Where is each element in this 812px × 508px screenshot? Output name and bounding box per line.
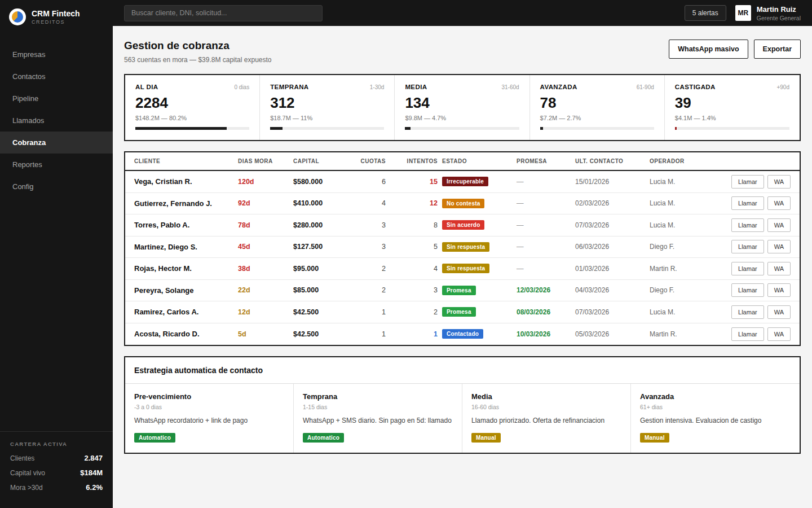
call-button[interactable]: Llamar bbox=[731, 196, 764, 210]
bucket-al-dia[interactable]: AL DIA0 dias2284$148.2M — 80.2% bbox=[125, 75, 260, 140]
bucket-label: MEDIA bbox=[405, 84, 427, 90]
stage-name: Pre-vencimiento bbox=[134, 392, 284, 401]
exportar-button[interactable]: Exportar bbox=[754, 40, 801, 59]
client-name[interactable]: Pereyra, Solange bbox=[134, 286, 233, 295]
whatsapp-button[interactable]: WA bbox=[767, 196, 791, 210]
operator-name: Lucia M. bbox=[650, 178, 704, 186]
user-menu[interactable]: MR Martin Ruiz Gerente General bbox=[735, 5, 801, 21]
row-actions: LlamarWA bbox=[708, 218, 791, 232]
row-actions: LlamarWA bbox=[708, 283, 791, 297]
topbar-right: 5 alertas MR Martin Ruiz Gerente General bbox=[685, 5, 801, 21]
stage-name: Avanzada bbox=[640, 392, 791, 401]
topbar: 5 alertas MR Martin Ruiz Gerente General bbox=[113, 0, 812, 26]
bucket-media[interactable]: MEDIA31-60d134$9.8M — 4.7% bbox=[395, 75, 529, 140]
days-overdue: 45d bbox=[238, 243, 289, 251]
sidebar-item-llamados[interactable]: Llamados bbox=[0, 110, 113, 132]
call-button[interactable]: Llamar bbox=[731, 175, 764, 189]
column-header-dias-mora: DIAS MORA bbox=[238, 158, 289, 164]
page-subtitle: 563 cuentas en mora — $39.8M capital exp… bbox=[124, 56, 272, 64]
promise-date: 12/03/2026 bbox=[517, 286, 571, 294]
bucket-range: +90d bbox=[776, 84, 789, 90]
client-name[interactable]: Rojas, Hector M. bbox=[134, 264, 233, 273]
portfolio-title: CARTERA ACTIVA bbox=[10, 441, 103, 447]
whatsapp-button[interactable]: WA bbox=[767, 218, 791, 232]
client-name[interactable]: Vega, Cristian R. bbox=[134, 177, 233, 186]
column-header-capital: CAPITAL bbox=[293, 158, 345, 164]
stage-description: WhatsApp recordatorio + link de pago bbox=[134, 417, 284, 424]
bucket-count: 39 bbox=[675, 94, 789, 112]
table-body: Vega, Cristian R.120d$580.000615Irrecupe… bbox=[125, 171, 800, 345]
portfolio-value: 2.847 bbox=[84, 454, 103, 462]
table-header: CLIENTEDIAS MORACAPITALCUOTASINTENTOSEST… bbox=[125, 152, 800, 171]
call-button[interactable]: Llamar bbox=[731, 327, 764, 341]
whatsapp-button[interactable]: WA bbox=[767, 283, 791, 297]
call-button[interactable]: Llamar bbox=[731, 240, 764, 253]
bucket-progress-fill bbox=[675, 127, 677, 130]
client-name[interactable]: Acosta, Ricardo D. bbox=[134, 330, 233, 338]
sidebar-item-empresas[interactable]: Empresas bbox=[0, 43, 113, 65]
bucket-top: CASTIGADA+90d bbox=[675, 84, 789, 90]
bucket-temprana[interactable]: TEMPRANA1-30d312$18.7M — 11% bbox=[260, 75, 395, 140]
sidebar: CRM Fintech CREDITOS EmpresasContactosPi… bbox=[0, 0, 113, 508]
alerts-button[interactable]: 5 alertas bbox=[685, 5, 726, 21]
days-overdue: 12d bbox=[238, 308, 289, 316]
brand-title: CRM Fintech bbox=[32, 9, 80, 19]
capital-value: $42.500 bbox=[293, 308, 345, 316]
sidebar-item-config[interactable]: Config bbox=[0, 176, 113, 198]
call-button[interactable]: Llamar bbox=[731, 305, 764, 319]
whatsapp-button[interactable]: WA bbox=[767, 240, 791, 253]
operator-name: Diego F. bbox=[650, 286, 704, 294]
whatsapp-masivo-button[interactable]: WhatsApp masivo bbox=[669, 40, 748, 59]
bucket-top: TEMPRANA1-30d bbox=[270, 84, 384, 90]
bucket-label: CASTIGADA bbox=[675, 84, 716, 90]
operator-name: Martin R. bbox=[650, 265, 704, 273]
user-meta: Martin Ruiz Gerente General bbox=[757, 5, 801, 21]
whatsapp-button[interactable]: WA bbox=[767, 327, 791, 341]
call-button[interactable]: Llamar bbox=[731, 262, 764, 275]
whatsapp-button[interactable]: WA bbox=[767, 305, 791, 319]
sidebar-item-cobranza[interactable]: Cobranza bbox=[0, 132, 113, 154]
last-contact-date: 02/03/2026 bbox=[575, 199, 645, 207]
table-row: Acosta, Ricardo D.5d$42.50011Contactado1… bbox=[125, 323, 800, 345]
days-overdue: 5d bbox=[238, 330, 289, 338]
portfolio-label: Capital vivo bbox=[10, 469, 45, 477]
column-header-estado: ESTADO bbox=[442, 158, 512, 164]
sidebar-item-contactos[interactable]: Contactos bbox=[0, 65, 113, 87]
avatar[interactable]: MR bbox=[735, 5, 751, 21]
bucket-progress-fill bbox=[405, 127, 411, 130]
row-actions: LlamarWA bbox=[708, 305, 791, 319]
capital-value: $127.500 bbox=[293, 243, 345, 251]
promise-date: — bbox=[517, 221, 571, 229]
promise-date: — bbox=[517, 199, 571, 207]
call-button[interactable]: Llamar bbox=[731, 283, 764, 297]
promise-date: — bbox=[517, 243, 571, 251]
strategy-stage-media: Media16-60 diasLlamado priorizado. Ofert… bbox=[462, 384, 631, 453]
bucket-range: 1-30d bbox=[370, 84, 385, 90]
bucket-top: AL DIA0 dias bbox=[135, 84, 249, 90]
whatsapp-button[interactable]: WA bbox=[767, 262, 791, 275]
sidebar-item-pipeline[interactable]: Pipeline bbox=[0, 87, 113, 110]
whatsapp-button[interactable]: WA bbox=[767, 175, 791, 189]
search-input[interactable] bbox=[124, 5, 323, 21]
client-name[interactable]: Ramirez, Carlos A. bbox=[134, 308, 233, 316]
client-name[interactable]: Gutierrez, Fernando J. bbox=[134, 199, 233, 208]
table-row: Rojas, Hector M.38d$95.00024Sin respuest… bbox=[125, 258, 800, 280]
portfolio-row: Capital vivo$184M bbox=[10, 468, 103, 477]
client-name[interactable]: Torres, Pablo A. bbox=[134, 221, 233, 229]
installments-count: 1 bbox=[350, 330, 386, 338]
bucket-detail: $4.1M — 1.4% bbox=[675, 115, 789, 121]
call-button[interactable]: Llamar bbox=[731, 218, 764, 232]
client-name[interactable]: Martinez, Diego S. bbox=[134, 243, 233, 251]
status-badge: Sin respuesta bbox=[442, 264, 489, 273]
attempts-count: 8 bbox=[390, 221, 438, 229]
bucket-range: 0 dias bbox=[235, 84, 250, 90]
table-row: Martinez, Diego S.45d$127.50035Sin respu… bbox=[125, 237, 800, 259]
sidebar-item-reportes[interactable]: Reportes bbox=[0, 154, 113, 176]
bucket-avanzada[interactable]: AVANZADA61-90d78$7.2M — 2.7% bbox=[530, 75, 665, 140]
bucket-progress-track bbox=[135, 127, 249, 130]
page-title: Gestion de cobranza bbox=[124, 40, 272, 52]
portfolio-rows: Clientes2.847Capital vivo$184MMora >30d6… bbox=[10, 454, 103, 492]
bucket-castigada[interactable]: CASTIGADA+90d39$4.1M — 1.4% bbox=[665, 75, 800, 140]
bucket-label: TEMPRANA bbox=[270, 84, 308, 90]
column-header-cliente: CLIENTE bbox=[134, 158, 233, 164]
